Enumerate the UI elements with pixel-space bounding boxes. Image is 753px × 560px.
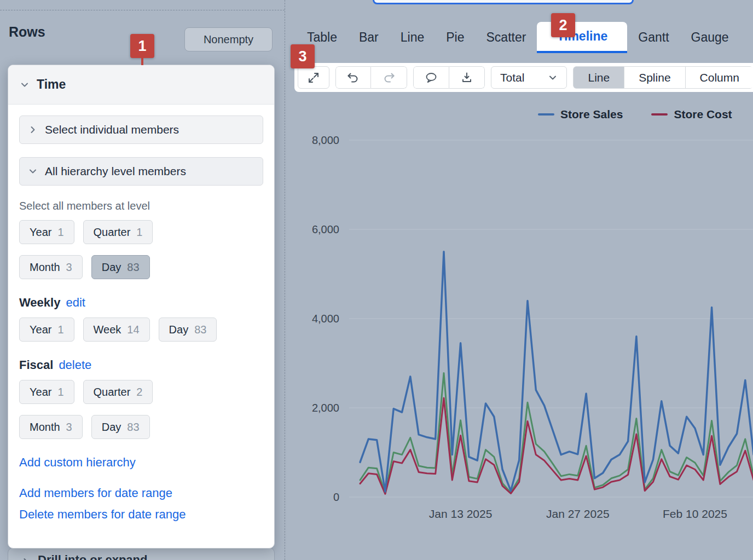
fiscal-level-chip-day[interactable]: Day 83: [91, 415, 150, 439]
fiscal-delete-link[interactable]: delete: [59, 358, 91, 372]
level-chip-count: 83: [127, 421, 139, 434]
fiscal-hierarchy-row: Fiscal delete: [19, 358, 263, 372]
aggregation-dropdown[interactable]: Total: [491, 66, 567, 89]
chevron-right-icon: [28, 125, 37, 134]
time-popup-body: Select individual members All hierarchy …: [8, 116, 274, 522]
tab-pie[interactable]: Pie: [435, 22, 475, 53]
view-tabs: Table Bar Line Pie Scatter Timeline Gant…: [285, 22, 753, 53]
comment-icon: [425, 71, 438, 84]
fiscal-level-chip-year[interactable]: Year 1: [19, 380, 74, 404]
drill-section-label: Drill into or expand: [38, 553, 147, 560]
default-level-chip-month[interactable]: Month 3: [19, 255, 83, 279]
chart-type-switcher: Line Spline Column: [573, 66, 753, 89]
level-chip-label: Day: [169, 324, 189, 336]
fiscal-level-chip-month[interactable]: Month 3: [19, 415, 83, 439]
chart-type-spline[interactable]: Spline: [624, 66, 685, 89]
tab-gauge[interactable]: Gauge: [680, 22, 740, 53]
svg-text:Feb 10 2025: Feb 10 2025: [663, 507, 727, 520]
level-chip-count: 1: [57, 324, 63, 336]
level-chip-label: Quarter: [94, 386, 131, 399]
fiscal-level-chip-quarter[interactable]: Quarter 2: [83, 380, 153, 404]
legend-swatch-store-cost: [651, 113, 668, 116]
svg-text:4,000: 4,000: [312, 313, 339, 325]
svg-text:Jan 13 2025: Jan 13 2025: [429, 507, 493, 520]
select-all-members-hint: Select all members at level: [19, 200, 263, 212]
level-chip-label: Month: [30, 261, 60, 274]
weekly-edit-link[interactable]: edit: [66, 296, 85, 310]
time-hierarchy-popup: Time Select individual members All hiera…: [8, 65, 275, 549]
level-chip-count: 2: [136, 386, 142, 399]
horizontal-dashed-guide: [0, 10, 285, 10]
time-section-header[interactable]: Time: [8, 65, 274, 105]
svg-text:Jan 27 2025: Jan 27 2025: [546, 507, 610, 520]
level-chip-label: Week: [94, 324, 121, 336]
default-level-chip-quarter[interactable]: Quarter 1: [83, 220, 153, 244]
level-chip-label: Year: [30, 324, 51, 336]
level-chip-label: Quarter: [94, 226, 131, 239]
weekly-level-chip-day[interactable]: Day 83: [159, 317, 217, 342]
default-levels-row-2: Month 3 Day 83: [19, 255, 263, 279]
tab-bar[interactable]: Bar: [348, 22, 390, 53]
legend-item-store-cost[interactable]: Store Cost: [651, 108, 732, 121]
weekly-hierarchy-row: Weekly edit: [19, 296, 263, 310]
select-individual-members-section[interactable]: Select individual members: [19, 116, 263, 144]
weekly-levels-row: Year 1 Week 14 Day 83: [19, 317, 263, 342]
timeline-chart[interactable]: 02,0004,0006,0008,000Jan 13 2025Jan 27 2…: [285, 99, 753, 531]
undo-icon: [346, 71, 360, 84]
top-input-fragment[interactable]: [373, 0, 634, 4]
fullscreen-button[interactable]: [298, 66, 329, 89]
fiscal-hierarchy-title: Fiscal: [19, 358, 53, 372]
redo-button[interactable]: [371, 66, 407, 89]
nonempty-button[interactable]: Nonempty: [184, 27, 273, 51]
level-chip-count: 1: [136, 226, 142, 239]
comment-button[interactable]: [413, 66, 449, 89]
add-custom-hierarchy-link[interactable]: Add custom hierarchy: [19, 455, 263, 470]
level-chip-count: 83: [127, 261, 139, 274]
fiscal-levels-row-1: Year 1 Quarter 2: [19, 380, 263, 404]
chevron-down-icon: [548, 73, 558, 83]
tab-line[interactable]: Line: [390, 22, 435, 53]
default-level-chip-year[interactable]: Year 1: [19, 220, 74, 244]
delete-members-date-range-link[interactable]: Delete members for date range: [19, 507, 263, 522]
default-level-chip-day[interactable]: Day 83: [91, 255, 150, 279]
rows-panel-title: Rows: [9, 24, 45, 40]
app-screen: Rows Nonempty Time Select individual mem…: [0, 0, 753, 560]
tab-gantt[interactable]: Gantt: [627, 22, 680, 53]
all-hierarchy-levels-section[interactable]: All hierarchy level members: [19, 157, 263, 186]
chevron-right-icon: [21, 557, 30, 560]
undo-redo-group: [335, 66, 407, 89]
svg-text:2,000: 2,000: [312, 402, 339, 414]
undo-button[interactable]: [335, 66, 372, 89]
chart-type-column[interactable]: Column: [686, 66, 753, 89]
callout-badge-2: 2: [551, 13, 575, 37]
export-icon: [460, 71, 473, 84]
chart-legend: Store Sales Store Cost: [538, 108, 732, 121]
chart-type-line[interactable]: Line: [573, 66, 624, 89]
level-chip-label: Year: [30, 226, 51, 239]
redo-icon: [383, 71, 396, 84]
drill-into-or-expand-section[interactable]: Drill into or expand: [8, 547, 275, 560]
weekly-hierarchy-title: Weekly: [19, 296, 60, 310]
chevron-down-icon: [20, 80, 29, 89]
fullscreen-icon: [307, 71, 320, 84]
level-chip-count: 3: [66, 421, 72, 434]
level-chip-label: Month: [30, 421, 60, 434]
add-members-date-range-link[interactable]: Add members for date range: [19, 486, 263, 500]
level-chip-count: 1: [57, 386, 63, 399]
tab-scatter[interactable]: Scatter: [476, 22, 537, 53]
level-chip-label: Day: [102, 421, 121, 434]
all-hierarchy-levels-label: All hierarchy level members: [45, 165, 186, 178]
level-chip-label: Year: [30, 386, 51, 399]
legend-item-store-sales[interactable]: Store Sales: [538, 108, 623, 121]
weekly-level-chip-week[interactable]: Week 14: [83, 317, 150, 342]
legend-label: Store Sales: [560, 108, 623, 121]
level-chip-count: 14: [127, 324, 139, 336]
select-individual-members-label: Select individual members: [45, 123, 179, 136]
level-chip-label: Day: [102, 261, 121, 274]
legend-label: Store Cost: [674, 108, 732, 121]
callout-badge-3: 3: [291, 44, 315, 68]
export-button[interactable]: [449, 66, 485, 89]
chevron-down-icon: [28, 167, 37, 176]
default-levels-row-1: Year 1 Quarter 1: [19, 220, 263, 244]
weekly-level-chip-year[interactable]: Year 1: [19, 317, 74, 342]
